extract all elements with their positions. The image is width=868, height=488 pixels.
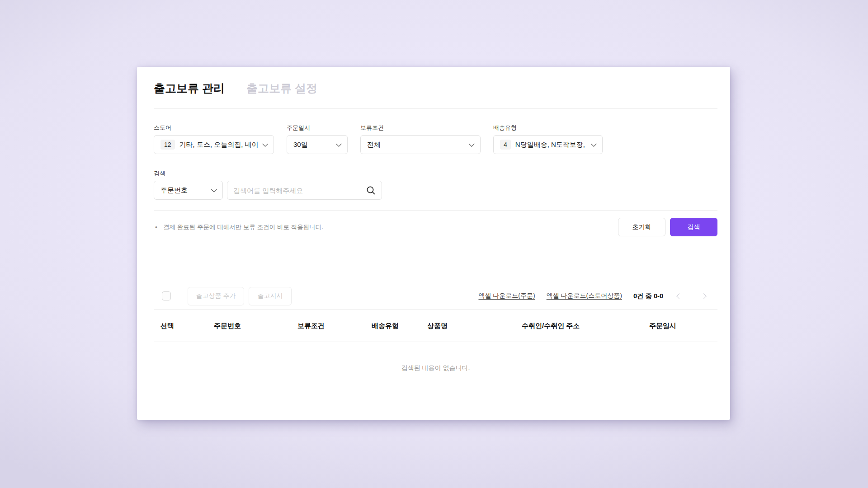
delivery-type-count-badge: 4	[500, 140, 511, 150]
section-divider	[154, 210, 717, 211]
order-date-filter-label: 주문일시	[287, 124, 348, 132]
search-input[interactable]	[233, 187, 366, 194]
pagination-count: 0건 중 0-0	[633, 292, 663, 300]
tab-hold-settings[interactable]: 출고보류 설정	[246, 80, 317, 96]
page-tabs: 출고보류 관리 출고보류 설정	[154, 67, 717, 96]
search-icon[interactable]	[366, 186, 376, 195]
chevron-down-icon	[211, 187, 217, 192]
app-background: 출고보류 관리 출고보류 설정 스토어 12 기타, 토스, 오늘의집, 네이버…	[0, 0, 868, 488]
excel-download-order-link[interactable]: 엑셀 다운로드(주문)	[478, 292, 535, 300]
delivery-type-select-value: N당일배송, N도착보장,	[515, 141, 587, 149]
hold-condition-select[interactable]: 전체	[360, 135, 481, 154]
chevron-down-icon	[591, 141, 597, 147]
store-filter-label: 스토어	[154, 124, 274, 132]
order-date-filter-group: 주문일시 30일	[287, 124, 348, 154]
table-header-hold-condition: 보류조건	[297, 322, 372, 330]
title-divider	[154, 108, 717, 109]
delivery-type-select[interactable]: 4 N당일배송, N도착보장,	[493, 135, 603, 154]
table-header-row: 선택 주문번호 보류조건 배송유형 상품명 수취인/수취인 주소 주문일시	[154, 310, 717, 342]
chevron-down-icon	[469, 141, 475, 147]
chevron-down-icon	[336, 141, 342, 147]
store-count-badge: 12	[160, 140, 175, 150]
delivery-type-filter-label: 배송유형	[493, 124, 603, 132]
ship-order-button[interactable]: 출고지시	[249, 287, 292, 305]
select-all-checkbox[interactable]	[162, 291, 171, 300]
notice-row: • 결제 완료된 주문에 대해서만 보류 조건이 바로 적용됩니다. 초기화 검…	[154, 218, 717, 236]
hold-condition-filter-group: 보류조건 전체	[360, 124, 481, 154]
toolbar-right: 엑셀 다운로드(주문) 엑셀 다운로드(스토어상품) 0건 중 0-0	[478, 290, 717, 302]
filter-row: 스토어 12 기타, 토스, 오늘의집, 네이버 주문일시 30일 보류조건 전…	[154, 124, 717, 154]
reset-button[interactable]: 초기화	[618, 218, 665, 236]
order-date-select[interactable]: 30일	[287, 135, 348, 154]
search-button[interactable]: 검색	[670, 218, 717, 236]
chevron-right-icon	[701, 293, 707, 299]
pagination-next-button[interactable]	[698, 290, 709, 302]
chevron-down-icon	[262, 141, 268, 147]
pagination-prev-button[interactable]	[673, 290, 685, 302]
table-toolbar: 출고상품 추가 출고지시 엑셀 다운로드(주문) 엑셀 다운로드(스토어상품) …	[154, 287, 717, 305]
order-date-select-value: 30일	[293, 141, 332, 149]
table-header-order-number: 주문번호	[214, 322, 297, 330]
table-header-order-date: 주문일시	[649, 322, 717, 330]
search-key-select-value: 주문번호	[160, 186, 208, 195]
action-group: 초기화 검색	[618, 218, 717, 236]
table-header-select: 선택	[154, 322, 214, 330]
shipping-hold-panel: 출고보류 관리 출고보류 설정 스토어 12 기타, 토스, 오늘의집, 네이버…	[137, 67, 730, 420]
delivery-type-filter-group: 배송유형 4 N당일배송, N도착보장,	[493, 124, 603, 154]
notice-bullet: •	[155, 224, 157, 231]
table-empty-message: 검색된 내용이 없습니다.	[154, 342, 717, 372]
search-fields: 주문번호	[154, 181, 717, 200]
tab-hold-management[interactable]: 출고보류 관리	[154, 80, 225, 96]
store-filter-group: 스토어 12 기타, 토스, 오늘의집, 네이버	[154, 124, 274, 154]
table-header-receiver: 수취인/수취인 주소	[522, 322, 649, 330]
store-select-value: 기타, 토스, 오늘의집, 네이버	[179, 141, 259, 149]
excel-download-store-product-link[interactable]: 엑셀 다운로드(스토어상품)	[547, 292, 622, 300]
chevron-left-icon	[676, 293, 682, 299]
search-section-label: 검색	[154, 169, 717, 178]
store-select[interactable]: 12 기타, 토스, 오늘의집, 네이버	[154, 135, 274, 154]
search-input-wrap	[227, 181, 382, 200]
notice-text: 결제 완료된 주문에 대해서만 보류 조건이 바로 적용됩니다.	[163, 223, 323, 231]
table-header-product-name: 상품명	[427, 322, 522, 330]
search-section: 검색 주문번호	[154, 169, 717, 200]
hold-condition-select-value: 전체	[367, 141, 465, 149]
table-header-delivery-type: 배송유형	[372, 322, 427, 330]
search-key-select[interactable]: 주문번호	[154, 181, 223, 200]
hold-condition-filter-label: 보류조건	[360, 124, 481, 132]
add-shipment-product-button[interactable]: 출고상품 추가	[188, 287, 244, 305]
